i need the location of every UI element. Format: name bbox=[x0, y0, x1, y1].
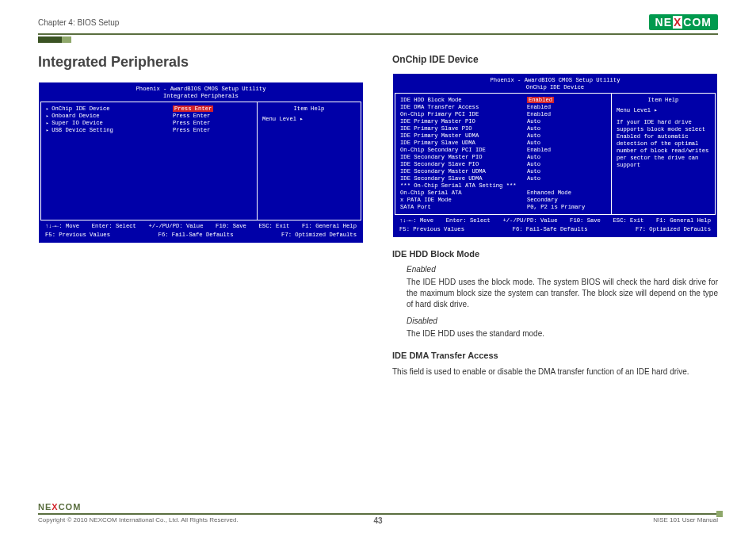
bios-row: IDE Primary Master PIOAuto bbox=[400, 118, 606, 125]
bios-help-panel: Item Help Menu Level ▸ If your IDE hard … bbox=[612, 94, 715, 214]
subheading-ide-hdd-block-mode: IDE HDD Block Mode bbox=[392, 249, 718, 259]
accent-bar bbox=[38, 36, 718, 43]
bios-footer-item: F5: Previous Values bbox=[45, 232, 110, 239]
bios-row: IDE Secondary Slave UDMAAuto bbox=[400, 175, 606, 182]
subheading-ide-dma-transfer: IDE DMA Transfer Access bbox=[392, 351, 718, 360]
bios-footer-item: F7: Optimized Defaults bbox=[636, 226, 711, 233]
bios-row: On-Chip Secondary PCI IDEEnabled bbox=[400, 147, 606, 154]
bios-footer-item: ↑↓→←: Move bbox=[45, 223, 79, 230]
bios-footer-item: F6: Fail-Safe Defaults bbox=[158, 232, 234, 239]
bios-title: Phoenix - AwardBIOS CMOS Setup Utility I… bbox=[40, 84, 361, 102]
option-enabled-text: The IDE HDD uses the block mode. The sys… bbox=[407, 277, 718, 310]
bios-row: PATA IDE ModeSecondary bbox=[400, 197, 606, 204]
bios-row: IDE Secondary Slave PIOAuto bbox=[400, 161, 606, 168]
bios-footer-item: ESC: Exit bbox=[259, 223, 290, 230]
option-enabled-label: Enabled bbox=[407, 265, 718, 274]
bios-row: Onboard DevicePress Enter bbox=[46, 113, 252, 120]
bios-row: On-Chip Serial ATAEnhanced Mode bbox=[400, 190, 606, 197]
bios-footer-item: F1: General Help bbox=[656, 217, 711, 224]
option-disabled-text: The IDE HDD uses the standard mode. bbox=[407, 328, 718, 339]
section-heading-onchip-ide: OnChip IDE Device bbox=[392, 54, 718, 65]
bios-footer-item: F5: Previous Values bbox=[399, 226, 464, 233]
chapter-label: Chapter 4: BIOS Setup bbox=[38, 18, 119, 27]
bios-footer: ↑↓→←: MoveEnter: Select+/-/PU/PD: ValueF… bbox=[395, 215, 716, 236]
bios-title: Phoenix - AwardBIOS CMOS Setup Utility O… bbox=[395, 75, 716, 93]
bios-footer-item: Enter: Select bbox=[92, 223, 136, 230]
bios-row: On-Chip Primary PCI IDEEnabled bbox=[400, 111, 606, 118]
bios-screen-onchip-ide: Phoenix - AwardBIOS CMOS Setup Utility O… bbox=[392, 73, 718, 238]
manual-name: NISE 101 User Manual bbox=[653, 516, 718, 523]
bios-row: USB Device SettingPress Enter bbox=[46, 127, 252, 134]
bios-row: IDE Primary Slave PIOAuto bbox=[400, 125, 606, 132]
bios-footer-item: +/-/PU/PD: Value bbox=[502, 217, 557, 224]
bios-footer-item: F10: Save bbox=[570, 217, 601, 224]
bios-footer: ↑↓→←: MoveEnter: Select+/-/PU/PD: ValueF… bbox=[40, 220, 361, 241]
bios-footer-item: F10: Save bbox=[216, 223, 246, 230]
bios-footer-item: ESC: Exit bbox=[613, 217, 644, 224]
bios-row: *** On-Chip Serial ATA Setting *** bbox=[400, 182, 606, 190]
bios-row: OnChip IDE DevicePress Enter bbox=[46, 105, 252, 113]
bios-footer-item: F7: Optimized Defaults bbox=[281, 232, 357, 239]
bios-row: IDE DMA Transfer AccessEnabled bbox=[400, 104, 606, 111]
bios-footer-item: Enter: Select bbox=[446, 217, 491, 224]
bios-row: IDE Secondary Master PIOAuto bbox=[400, 154, 606, 161]
bios-row: IDE Secondary Master UDMAAuto bbox=[400, 168, 606, 175]
bios-main-panel: OnChip IDE DevicePress EnterOnboard Devi… bbox=[41, 102, 258, 220]
option-disabled-label: Disabled bbox=[407, 316, 718, 325]
header-rule bbox=[38, 33, 718, 35]
bios-row: Super IO DevicePress Enter bbox=[46, 120, 252, 127]
dma-transfer-text: This field is used to enable or disable … bbox=[392, 366, 718, 378]
bios-row: IDE HDD Block ModeEnabled bbox=[400, 97, 606, 104]
copyright-text: Copyright © 2010 NEXCOM International Co… bbox=[38, 516, 239, 523]
bios-row: SATA PortP0, P2 is Primary bbox=[400, 204, 606, 211]
brand-logo: NEXCOM bbox=[649, 14, 718, 30]
bios-footer-item: +/-/PU/PD: Value bbox=[148, 223, 203, 230]
bios-footer-item: ↑↓→←: Move bbox=[399, 217, 433, 224]
bios-row: IDE Primary Slave UDMAAuto bbox=[400, 140, 606, 147]
bios-screen-integrated-peripherals: Phoenix - AwardBIOS CMOS Setup Utility I… bbox=[38, 82, 364, 243]
bios-footer-item: F6: Fail-Safe Defaults bbox=[513, 226, 588, 233]
bios-row: IDE Primary Master UDMAAuto bbox=[400, 132, 606, 140]
page-number: 43 bbox=[373, 516, 382, 525]
bios-help-panel: Item Help Menu Level ▸ bbox=[258, 102, 361, 220]
page-title: Integrated Peripherals bbox=[38, 54, 364, 71]
bios-main-panel: IDE HDD Block ModeEnabledIDE DMA Transfe… bbox=[395, 94, 612, 214]
bios-footer-item: F1: General Help bbox=[302, 223, 357, 230]
page-footer: NEXCOM Copyright © 2010 NEXCOM Internati… bbox=[38, 502, 718, 523]
